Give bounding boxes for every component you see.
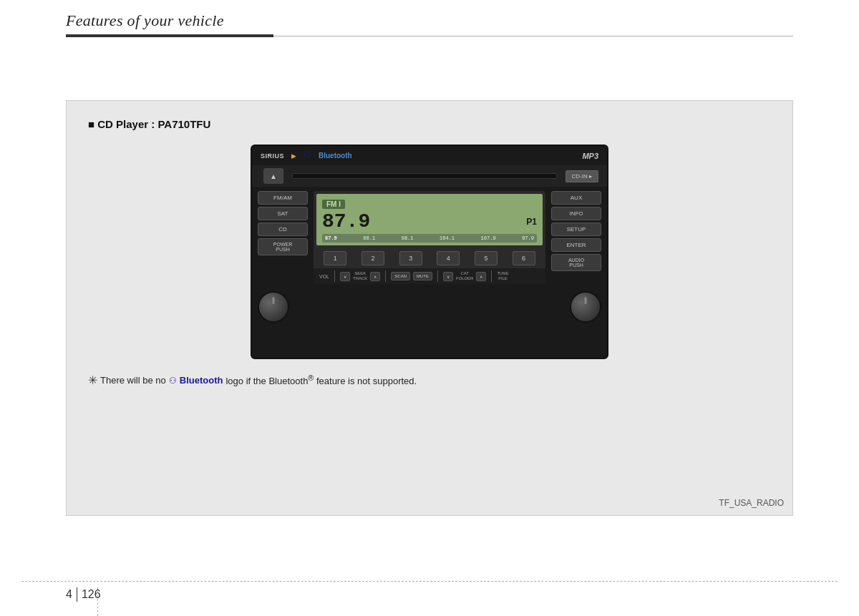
footer-page-number: 4 126 [0,582,859,602]
preset-btn-6[interactable]: 6 [513,251,535,265]
radio-unit: SIRIUS ▶ ⚇ Bluetooth MP3 ▲ CD-IN ▸ [251,145,608,359]
scan-btn[interactable]: SCAN [391,272,410,280]
radio-top-bar: SIRIUS ▶ ⚇ Bluetooth MP3 [252,146,607,165]
right-button-group: AUX INFO SETUP ENTER AUDIOPUSH [551,191,601,271]
preset-freq-5: 107.9 [481,235,496,241]
header-line-rule [273,36,793,36]
preset-btn-3[interactable]: 3 [399,251,422,265]
reference-code: TF_USA_RADIO [719,498,784,508]
preset-freq-2: 88.1 [363,235,375,241]
note-after: logo if the Bluetooth® feature is not su… [225,373,417,386]
tune-knob[interactable] [570,291,601,323]
sirius-label: SIRIUS [261,152,284,160]
display-presets: 87.9 88.1 98.1 104.1 107.9 87.9 [322,234,537,243]
display-frequency: 87.9 [322,210,370,233]
registered-sup: ® [308,373,314,382]
page-footer: 4 126 [0,581,859,602]
info-button[interactable]: INFO [551,207,601,220]
setup-button[interactable]: SETUP [551,223,601,236]
radio-main-controls: FM/AM SAT CD POWERPUSH FM I 87.9 P1 87 [252,187,607,288]
preset-freq-3: 98.1 [402,235,414,241]
page-num-divider [77,587,77,602]
eject-icon: ▲ [270,172,277,180]
footer-vertical-line [97,587,98,616]
sat-button[interactable]: SAT [258,207,308,220]
mute-btn[interactable]: MUTE [413,272,432,280]
preset-btn-2[interactable]: 2 [361,251,384,265]
display-screen: FM I 87.9 P1 87.9 88.1 98.1 104.1 107.9 … [316,194,543,245]
seek-down-btn[interactable]: ∨ [340,272,350,281]
preset-freq-6: 87.9 [522,235,534,241]
header-line-accent [66,34,273,37]
header-rule [66,34,793,37]
note-asterisk: ✳ [88,373,97,387]
cat-down-btn[interactable]: ∨ [443,272,453,281]
power-button[interactable]: POWERPUSH [258,238,308,255]
left-button-group: FM/AM SAT CD POWERPUSH [258,191,308,255]
preset-freq-4: 104.1 [440,235,455,241]
note-text: ✳ There will be no ⚇ Bluetooth logo if t… [88,373,771,387]
volume-knob[interactable] [258,291,289,323]
vol-label: VOL [319,274,329,279]
seek-up-btn[interactable]: ∧ [370,272,380,281]
preset-btn-4[interactable]: 4 [437,251,460,265]
sep4 [491,270,492,282]
page-title: Features of your vehicle [66,11,793,30]
mp3-label: MP3 [582,152,598,160]
sep2 [385,270,386,282]
page-header: Features of your vehicle [66,11,793,37]
seek-track-label: SEEKTRACK [353,271,367,280]
display-area: FM I 87.9 P1 87.9 88.1 98.1 104.1 107.9 … [314,191,545,284]
fmam-button[interactable]: FM/AM [258,191,308,205]
sep1 [334,270,335,282]
cd-in-button[interactable]: CD-IN ▸ [566,170,598,182]
note-before: There will be no [100,375,166,386]
cat-folder-label: CATFOLDER [456,271,473,280]
chapter-number: 4 [66,588,72,601]
aux-button[interactable]: AUX [551,191,601,205]
bluetooth-icon: ⚇ [304,150,311,161]
sirius-arrow-icon: ▶ [291,152,296,160]
display-mode-label: FM I [322,200,345,209]
preset-btn-5[interactable]: 5 [475,251,498,265]
bottom-controls: VOL ∨ SEEKTRACK ∧ SCAN MUTE ∨ CATFOLDER … [314,268,545,284]
bluetooth-label: Bluetooth [319,152,352,160]
display-pi: P1 [526,217,537,227]
preset-number-buttons: 1 2 3 4 5 6 [314,248,545,268]
preset-btn-1[interactable]: 1 [324,251,346,265]
display-freq-row: 87.9 P1 [322,210,537,233]
section-title: ■ CD Player : PA710TFU [88,118,771,130]
enter-button[interactable]: ENTER [551,238,601,252]
cat-up-btn[interactable]: ∧ [476,272,486,281]
cd-button[interactable]: CD [258,223,308,236]
audio-push-button[interactable]: AUDIOPUSH [551,254,601,271]
content-box: ■ CD Player : PA710TFU SIRIUS ▶ ⚇ Blueto… [66,100,793,516]
cd-slot [292,173,557,179]
radio-brand-left: SIRIUS ▶ ⚇ Bluetooth [261,150,352,161]
eject-row: ▲ CD-IN ▸ [252,165,607,187]
preset-freq-1: 87.9 [325,235,337,241]
knobs-row [252,288,607,326]
eject-button[interactable]: ▲ [263,168,283,184]
sep3 [437,270,438,282]
bt-note-label: Bluetooth [180,375,223,386]
tune-file-label: TUNEFILE [497,271,508,280]
bt-note-icon: ⚇ [169,376,177,386]
radio-image-container: SIRIUS ▶ ⚇ Bluetooth MP3 ▲ CD-IN ▸ [88,145,771,359]
